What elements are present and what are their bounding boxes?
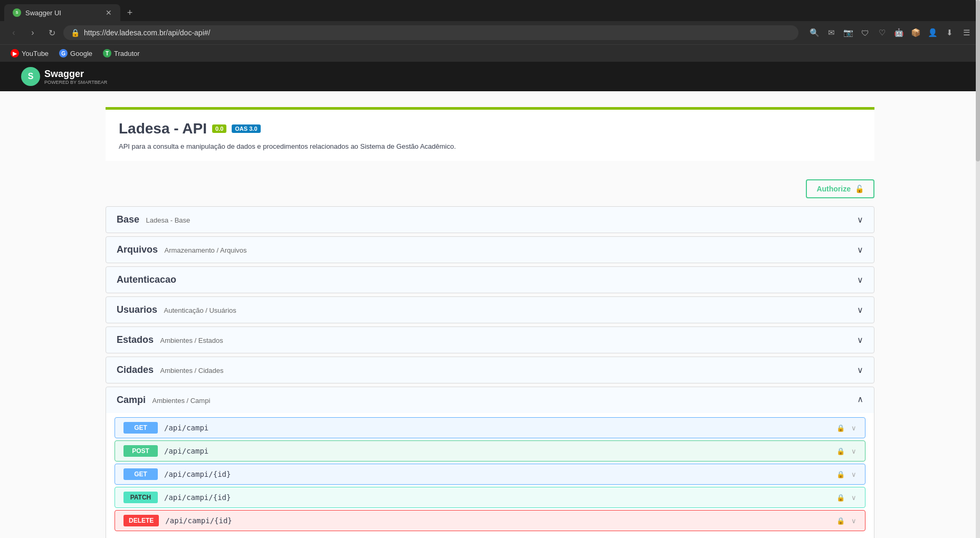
api-title-text: Ladesa - API [119, 120, 207, 137]
section-cidades-title: Cidades [117, 364, 154, 375]
bookmark-google[interactable]: G Google [55, 47, 97, 59]
endpoint-lock-get-campi-id: 🔒 [836, 470, 845, 478]
endpoint-lock-delete-campi-id: 🔒 [836, 517, 845, 525]
endpoint-get-campi[interactable]: GET /api/campi 🔒 ∨ [115, 417, 865, 438]
section-autenticacao-chevron: ∨ [857, 275, 863, 285]
section-estados-title-group: Estados Ambientes / Estados [117, 334, 223, 345]
endpoint-delete-campi-id[interactable]: DELETE /api/campi/{id} 🔒 ∨ [115, 510, 865, 531]
section-arquivos-subtitle: Armazenamento / Arquivos [164, 246, 246, 254]
user-icon[interactable]: 👤 [925, 25, 940, 40]
page-scrollbar[interactable] [976, 0, 980, 538]
endpoint-chevron-patch-campi-id: ∨ [851, 494, 857, 502]
section-usuarios-subtitle: Autenticação / Usuários [164, 306, 236, 314]
endpoint-patch-campi-id[interactable]: PATCH /api/campi/{id} 🔒 ∨ [115, 487, 865, 508]
endpoint-lock-get-campi: 🔒 [836, 424, 845, 432]
section-campi-title: Campi [117, 395, 146, 405]
section-autenticacao-header[interactable]: Autenticacao ∨ [106, 267, 874, 293]
api-title-row: Ladesa - API 0.0 OAS 3.0 [119, 120, 861, 137]
section-cidades: Cidades Ambientes / Cidades ∨ [106, 357, 874, 383]
new-tab-button[interactable]: + [122, 5, 137, 20]
endpoint-get-campi-id[interactable]: GET /api/campi/{id} 🔒 ∨ [115, 464, 865, 485]
search-browser-icon[interactable]: 🔍 [807, 25, 822, 40]
endpoint-chevron-get-campi-id: ∨ [851, 470, 857, 478]
section-autenticacao-title: Autenticacao [117, 274, 176, 285]
authorize-section: Authorize 🔓 [106, 171, 874, 206]
method-badge-post-campi: POST [123, 445, 158, 457]
section-autenticacao: Autenticacao ∨ [106, 266, 874, 293]
authorize-button[interactable]: Authorize 🔓 [806, 179, 874, 198]
endpoint-chevron-delete-campi-id: ∨ [851, 517, 857, 525]
api-description: API para a consulta e manipulação de dad… [119, 142, 861, 150]
section-cidades-header[interactable]: Cidades Ambientes / Cidades ∨ [106, 357, 874, 383]
section-cidades-chevron: ∨ [857, 365, 863, 375]
heart-icon[interactable]: ♡ [874, 25, 889, 40]
api-title-section: Ladesa - API 0.0 OAS 3.0 API para a cons… [106, 107, 874, 161]
google-label: Google [70, 50, 92, 57]
endpoint-path-patch-campi-id: /api/campi/{id} [164, 493, 830, 502]
authorize-label: Authorize [816, 185, 851, 193]
forward-icon: › [31, 28, 34, 37]
bookmark-youtube[interactable]: ▶ YouTube [6, 47, 53, 59]
browser-chrome: S Swagger UI ✕ + ‹ › ↻ 🔒 https://dev.lad… [0, 0, 980, 62]
section-arquivos-title: Arquivos [117, 244, 158, 255]
method-badge-get-campi-id: GET [123, 468, 158, 480]
section-estados-header[interactable]: Estados Ambientes / Estados ∨ [106, 327, 874, 353]
email-icon[interactable]: ✉ [824, 25, 839, 40]
menu-icon[interactable]: ☰ [959, 25, 974, 40]
swagger-ui: S Swagger POWERED BY SMARTBEAR Ladesa - … [0, 62, 980, 538]
active-tab[interactable]: S Swagger UI ✕ [4, 4, 120, 21]
camera-icon[interactable]: 📷 [841, 25, 855, 40]
section-arquivos: Arquivos Armazenamento / Arquivos ∨ [106, 236, 874, 263]
swagger-header: S Swagger POWERED BY SMARTBEAR [0, 62, 980, 91]
endpoint-chevron-get-campi: ∨ [851, 424, 857, 432]
browser-toolbar: ‹ › ↻ 🔒 https://dev.ladesa.com.br/api/do… [0, 21, 980, 44]
section-base: Base Ladesa - Base ∨ [106, 206, 874, 233]
refresh-icon: ↻ [49, 28, 55, 38]
section-arquivos-title-group: Arquivos Armazenamento / Arquivos [117, 244, 247, 255]
tab-bar: S Swagger UI ✕ + [0, 0, 980, 21]
youtube-label: YouTube [22, 50, 49, 57]
tradutor-label: Tradutor [114, 50, 140, 57]
bot-icon[interactable]: 🤖 [891, 25, 906, 40]
section-base-title-group: Base Ladesa - Base [117, 214, 190, 225]
swagger-logo: S Swagger POWERED BY SMARTBEAR [21, 67, 107, 86]
section-arquivos-chevron: ∨ [857, 245, 863, 255]
endpoint-path-get-campi: /api/campi [164, 424, 830, 432]
endpoint-post-campi[interactable]: POST /api/campi 🔒 ∨ [115, 440, 865, 462]
section-autenticacao-title-group: Autenticacao [117, 274, 180, 285]
back-button[interactable]: ‹ [6, 25, 21, 40]
section-arquivos-header[interactable]: Arquivos Armazenamento / Arquivos ∨ [106, 237, 874, 263]
section-base-subtitle: Ladesa - Base [146, 216, 190, 224]
endpoint-lock-patch-campi-id: 🔒 [836, 494, 845, 502]
shield-icon[interactable]: 🛡 [858, 25, 872, 40]
endpoint-path-post-campi: /api/campi [164, 447, 830, 455]
section-campi: Campi Ambientes / Campi ∨ GET /api/campi… [106, 387, 874, 538]
bookmark-tradutor[interactable]: T Tradutor [99, 47, 144, 59]
tab-title: Swagger UI [25, 9, 101, 17]
download-icon[interactable]: ⬇ [942, 25, 957, 40]
address-bar[interactable]: 🔒 https://dev.ladesa.com.br/api/doc-api#… [63, 25, 798, 40]
google-favicon: G [59, 49, 68, 57]
forward-button[interactable]: › [25, 25, 40, 40]
section-base-header[interactable]: Base Ladesa - Base ∨ [106, 207, 874, 233]
tab-close-button[interactable]: ✕ [106, 8, 112, 17]
section-campi-header[interactable]: Campi Ambientes / Campi ∨ [106, 387, 874, 413]
tab-favicon: S [13, 8, 21, 17]
endpoint-chevron-post-campi: ∨ [851, 447, 857, 455]
section-estados-chevron: ∨ [857, 335, 863, 345]
swagger-main-content: Ladesa - API 0.0 OAS 3.0 API para a cons… [0, 91, 980, 538]
endpoint-lock-post-campi: 🔒 [836, 447, 845, 455]
refresh-button[interactable]: ↻ [44, 25, 59, 40]
back-icon: ‹ [12, 28, 15, 37]
endpoint-path-get-campi-id: /api/campi/{id} [164, 470, 830, 478]
box-icon[interactable]: 📦 [908, 25, 923, 40]
section-base-title: Base [117, 214, 139, 225]
section-cidades-title-group: Cidades Ambientes / Cidades [117, 364, 223, 376]
svg-text:S: S [16, 11, 18, 14]
section-campi-chevron: ∨ [857, 395, 863, 405]
method-badge-delete-campi-id: DELETE [123, 515, 159, 526]
section-cidades-subtitle: Ambientes / Cidades [160, 367, 223, 374]
section-usuarios-header[interactable]: Usuarios Autenticação / Usuários ∨ [106, 297, 874, 323]
oas-badge: OAS 3.0 [232, 124, 260, 133]
svg-text:S: S [28, 72, 34, 81]
